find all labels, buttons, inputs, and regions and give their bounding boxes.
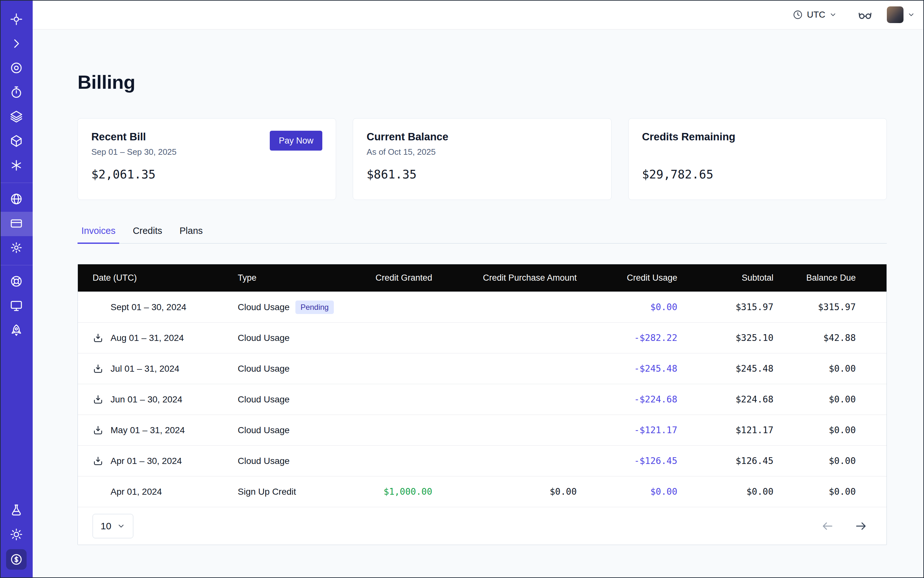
sidebar-item-console[interactable] <box>0 294 32 318</box>
sidebar-item-support[interactable] <box>0 270 32 294</box>
invoice-date: Apr 01 – 30, 2024 <box>110 456 182 466</box>
current-balance-card: Current Balance As of Oct 15, 2025 $861.… <box>353 118 611 200</box>
column-header: Balance Due <box>773 273 887 283</box>
sidebar-divider <box>0 183 32 183</box>
sidebar-item-timers[interactable] <box>0 81 32 105</box>
column-header: Subtotal <box>677 273 773 283</box>
flask-icon <box>10 504 23 518</box>
balance-due: $0.00 <box>773 486 887 497</box>
sidebar-item-expand[interactable] <box>0 32 32 57</box>
credit-card-icon <box>10 217 23 231</box>
card-subtitle <box>642 147 736 157</box>
subtotal: $325.10 <box>677 333 773 343</box>
sidebar-item-theme[interactable] <box>0 523 32 547</box>
recent-bill-amount: $2,061.35 <box>91 167 322 181</box>
subtotal: $224.68 <box>677 394 773 405</box>
download-invoice-button[interactable] <box>93 425 104 436</box>
card-title: Credits Remaining <box>642 131 736 143</box>
table-header: Date (UTC) Type Credit Granted Credit Pu… <box>78 264 887 292</box>
app-logo-icon <box>10 13 23 27</box>
previous-page-button[interactable] <box>821 520 834 533</box>
tab-plans[interactable]: Plans <box>175 226 207 244</box>
download-invoice-button[interactable] <box>93 333 104 343</box>
asterisk-icon <box>10 159 23 173</box>
clock-icon <box>792 10 803 20</box>
glasses-icon <box>858 8 872 22</box>
sidebar-item-network[interactable] <box>0 187 32 212</box>
sidebar-divider <box>0 265 32 265</box>
target-icon <box>10 62 23 76</box>
sidebar <box>0 0 32 578</box>
sidebar-item-layers[interactable] <box>0 105 32 130</box>
sidebar-item-launch[interactable] <box>0 318 32 343</box>
sidebar-item-billing[interactable] <box>0 212 32 236</box>
table-footer: 10 <box>78 507 887 545</box>
invoice-type: Cloud Usage <box>238 364 290 374</box>
sidebar-item-labs[interactable] <box>0 498 32 523</box>
globe-icon <box>10 193 23 207</box>
credit-usage: -$245.48 <box>577 363 677 374</box>
credit-purchase-amount: $0.00 <box>432 486 577 497</box>
download-icon <box>93 425 104 436</box>
column-header: Type <box>238 273 359 283</box>
table-row: Sept 01 – 30, 2024 Cloud UsagePending $0… <box>78 292 887 322</box>
table-row: Apr 01 – 30, 2024 Cloud Usage -$126.45 $… <box>78 445 887 476</box>
sidebar-item-targets[interactable] <box>0 57 32 81</box>
balance-due: $42.88 <box>773 333 887 343</box>
invoice-date: Aug 01 – 31, 2024 <box>110 333 184 343</box>
sidebar-item-services[interactable] <box>0 154 32 178</box>
timezone-selector[interactable]: UTC <box>792 10 837 20</box>
download-icon <box>93 333 104 343</box>
status-badge: Pending <box>296 300 334 314</box>
pay-now-button[interactable]: Pay Now <box>270 131 322 151</box>
chevron-right-icon <box>10 37 23 51</box>
download-icon <box>93 394 104 405</box>
column-header: Credit Granted <box>359 273 432 283</box>
page-title: Billing <box>78 29 887 93</box>
sidebar-item-resources[interactable] <box>0 130 32 154</box>
sidebar-item-credits[interactable] <box>0 547 32 572</box>
topbar: UTC <box>32 0 924 29</box>
download-invoice-button[interactable] <box>93 363 104 374</box>
page-size-select[interactable]: 10 <box>93 514 133 538</box>
invoice-type: Cloud Usage <box>238 302 290 312</box>
download-invoice-button[interactable] <box>93 394 104 405</box>
table-row: Aug 01 – 31, 2024 Cloud Usage -$282.22 $… <box>78 322 887 353</box>
subtotal: $245.48 <box>677 363 773 374</box>
invoice-type: Cloud Usage <box>238 333 290 343</box>
sidebar-item-settings[interactable] <box>0 236 32 260</box>
sidebar-item-home[interactable] <box>0 8 32 32</box>
main-content: Billing Recent Bill Sep 01 – Sep 30, 202… <box>32 29 924 578</box>
card-title: Recent Bill <box>91 131 177 143</box>
next-page-button[interactable] <box>854 520 867 533</box>
sun-icon <box>10 528 23 542</box>
chevron-down-icon <box>829 11 837 19</box>
tab-credits[interactable]: Credits <box>129 226 166 244</box>
column-header: Credit Usage <box>577 273 677 283</box>
invoice-date: Sept 01 – 30, 2024 <box>110 302 187 312</box>
summary-cards: Recent Bill Sep 01 – Sep 30, 2025 Pay No… <box>78 118 887 200</box>
pagination <box>821 520 872 533</box>
credit-granted: $1,000.00 <box>359 486 432 497</box>
invoice-date: May 01 – 31, 2024 <box>110 425 185 435</box>
tab-invoices[interactable]: Invoices <box>78 226 119 244</box>
credits-remaining-amount: $29,782.65 <box>642 167 873 181</box>
column-header: Credit Purchase Amount <box>432 273 577 283</box>
arrow-right-icon <box>854 520 867 533</box>
table-row: Jun 01 – 30, 2024 Cloud Usage -$224.68 $… <box>78 384 887 415</box>
invoice-type: Cloud Usage <box>238 395 290 405</box>
credit-usage: $0.00 <box>577 486 677 497</box>
layers-icon <box>10 110 23 124</box>
subtotal: $126.45 <box>677 456 773 466</box>
account-menu[interactable] <box>887 6 915 23</box>
balance-due: $0.00 <box>773 425 887 435</box>
timer-icon <box>10 86 23 100</box>
credit-usage: -$121.17 <box>577 425 677 435</box>
table-row: Apr 01, 2024 Sign Up Credit $1,000.00 $0… <box>78 476 887 507</box>
subtotal: $315.97 <box>677 302 773 312</box>
cube-icon <box>10 135 23 149</box>
docs-button[interactable] <box>858 8 872 22</box>
timezone-label: UTC <box>807 10 825 20</box>
download-invoice-button[interactable] <box>93 456 104 466</box>
user-avatar <box>887 6 903 23</box>
